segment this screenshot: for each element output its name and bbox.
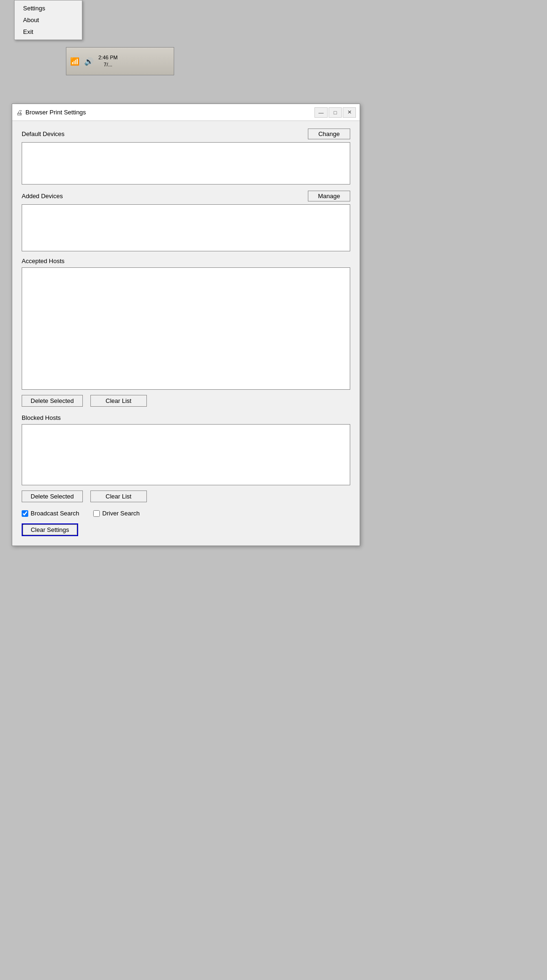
blocked-hosts-buttons: Delete Selected Clear List [22, 490, 350, 502]
change-button[interactable]: Change [308, 129, 350, 139]
broadcast-search-checkbox[interactable] [22, 510, 28, 517]
context-menu-container: Settings About Exit [14, 0, 108, 40]
blocked-hosts-list[interactable] [22, 424, 350, 485]
close-button[interactable]: ✕ [343, 107, 356, 118]
checkboxes-row: Broadcast Search Driver Search [22, 510, 350, 517]
network-icon: 📶 [70, 57, 80, 66]
broadcast-search-label: Broadcast Search [31, 510, 79, 517]
accepted-hosts-list[interactable] [22, 267, 350, 390]
main-window: 🖨 Browser Print Settings — □ ✕ Default D… [12, 104, 360, 546]
window-title: Browser Print Settings [25, 109, 86, 116]
default-devices-header: Default Devices Change [22, 129, 350, 139]
accepted-hosts-buttons: Delete Selected Clear List [22, 395, 350, 407]
broadcast-search-checkbox-label[interactable]: Broadcast Search [22, 510, 79, 517]
context-menu-settings[interactable]: Settings [15, 2, 82, 14]
accepted-hosts-label: Accepted Hosts [22, 257, 64, 265]
taskbar-preview: 📶 🔊 2:46 PM 7/... [66, 47, 174, 75]
maximize-button[interactable]: □ [329, 107, 342, 118]
context-menu-exit[interactable]: Exit [15, 26, 82, 38]
added-devices-header: Added Devices Manage [22, 191, 350, 201]
blocked-hosts-label: Blocked Hosts [22, 414, 61, 421]
taskbar-time: 2:46 PM 7/... [98, 54, 118, 69]
context-menu: Settings About Exit [14, 0, 82, 40]
title-bar: 🖨 Browser Print Settings — □ ✕ [12, 104, 360, 121]
blocked-delete-selected-button[interactable]: Delete Selected [22, 490, 83, 502]
added-devices-list[interactable] [22, 204, 350, 251]
default-devices-list[interactable] [22, 142, 350, 185]
accepted-clear-list-button[interactable]: Clear List [90, 395, 147, 407]
app-icon: 🖨 [16, 109, 23, 116]
added-devices-label: Added Devices [22, 193, 63, 200]
title-bar-left: 🖨 Browser Print Settings [16, 109, 86, 116]
driver-search-label: Driver Search [102, 510, 139, 517]
context-menu-about[interactable]: About [15, 14, 82, 26]
manage-button[interactable]: Manage [308, 191, 350, 201]
title-bar-buttons: — □ ✕ [314, 107, 356, 118]
minimize-button[interactable]: — [314, 107, 328, 118]
blocked-hosts-header: Blocked Hosts [22, 414, 350, 421]
accepted-hosts-header: Accepted Hosts [22, 257, 350, 265]
clear-settings-button[interactable]: Clear Settings [22, 523, 78, 536]
window-content: Default Devices Change Added Devices Man… [12, 121, 360, 546]
driver-search-checkbox-label[interactable]: Driver Search [93, 510, 139, 517]
volume-icon: 🔊 [84, 57, 94, 66]
blocked-clear-list-button[interactable]: Clear List [90, 490, 147, 502]
driver-search-checkbox[interactable] [93, 510, 100, 517]
accepted-delete-selected-button[interactable]: Delete Selected [22, 395, 83, 407]
default-devices-label: Default Devices [22, 130, 64, 137]
